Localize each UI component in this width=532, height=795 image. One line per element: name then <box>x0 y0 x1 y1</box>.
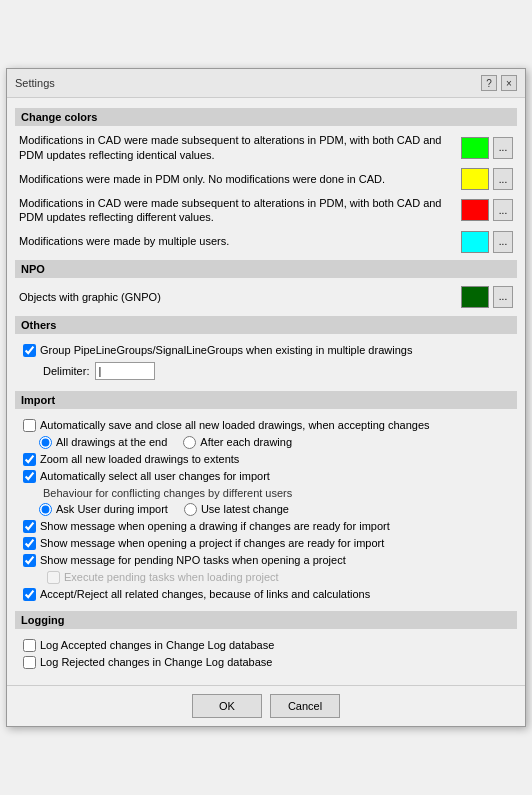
radio-all-drawings-label: All drawings at the end <box>56 436 167 448</box>
log-accepted-label: Log Accepted changes in Change Log datab… <box>40 639 274 651</box>
radio-each-drawing-input[interactable] <box>183 436 196 449</box>
others-section: Group PipeLineGroups/SignalLineGroups wh… <box>15 338 517 387</box>
color-row-1-text: Modifications in CAD were made subsequen… <box>19 133 457 162</box>
radio-use-latest-label: Use latest change <box>201 503 289 515</box>
radio-all-drawings-input[interactable] <box>39 436 52 449</box>
group-pipelines-label: Group PipeLineGroups/SignalLineGroups wh… <box>40 344 412 356</box>
radio-use-latest-input[interactable] <box>184 503 197 516</box>
settings-dialog: Settings ? × Change colors Modifications… <box>6 68 526 726</box>
ok-button[interactable]: OK <box>192 694 262 718</box>
npo-row-text: Objects with graphic (GNPO) <box>19 291 457 303</box>
logging-section: Log Accepted changes in Change Log datab… <box>15 633 517 675</box>
log-accepted-row: Log Accepted changes in Change Log datab… <box>19 637 513 654</box>
color-swatch-3[interactable] <box>461 199 489 221</box>
show-message2-row: Show message when opening a project if c… <box>19 535 513 552</box>
execute-pending-row: Execute pending tasks when loading proje… <box>19 569 513 586</box>
radio-ask-user-label: Ask User during import <box>56 503 168 515</box>
show-message1-row: Show message when opening a drawing if c… <box>19 518 513 535</box>
auto-select-label: Automatically select all user changes fo… <box>40 470 270 482</box>
execute-pending-label: Execute pending tasks when loading proje… <box>64 571 279 583</box>
delimiter-label: Delimiter: <box>43 365 89 377</box>
accept-reject-label: Accept/Reject all related changes, becau… <box>40 588 370 600</box>
auto-save-label: Automatically save and close all new loa… <box>40 419 430 431</box>
dialog-footer: OK Cancel <box>7 685 525 726</box>
others-header: Others <box>15 316 517 334</box>
group-pipelines-checkbox[interactable] <box>23 344 36 357</box>
conflict-radio-row: Ask User during import Use latest change <box>19 501 513 518</box>
show-message3-checkbox[interactable] <box>23 554 36 567</box>
delimiter-row: Delimiter: <box>19 359 513 383</box>
accept-reject-checkbox[interactable] <box>23 588 36 601</box>
color-row-3-text: Modifications in CAD were made subsequen… <box>19 196 457 225</box>
color-ellipsis-1[interactable]: ... <box>493 137 513 159</box>
color-row-3: Modifications in CAD were made subsequen… <box>15 193 517 228</box>
auto-select-checkbox[interactable] <box>23 470 36 483</box>
logging-header: Logging <box>15 611 517 629</box>
change-colors-header: Change colors <box>15 108 517 126</box>
show-message1-label: Show message when opening a drawing if c… <box>40 520 390 532</box>
npo-color-swatch[interactable] <box>461 286 489 308</box>
color-ellipsis-4[interactable]: ... <box>493 231 513 253</box>
color-row-2-text: Modifications were made in PDM only. No … <box>19 172 457 186</box>
color-swatch-2[interactable] <box>461 168 489 190</box>
zoom-label: Zoom all new loaded drawings to extents <box>40 453 239 465</box>
log-accepted-checkbox[interactable] <box>23 639 36 652</box>
title-bar: Settings ? × <box>7 69 525 98</box>
color-row-2: Modifications were made in PDM only. No … <box>15 165 517 193</box>
radio-each-drawing-label: After each drawing <box>200 436 292 448</box>
radio-ask-user: Ask User during import <box>39 503 168 516</box>
color-row-1: Modifications in CAD were made subsequen… <box>15 130 517 165</box>
show-message3-label: Show message for pending NPO tasks when … <box>40 554 346 566</box>
color-row-4-text: Modifications were made by multiple user… <box>19 234 457 248</box>
delimiter-input[interactable] <box>95 362 155 380</box>
npo-header: NPO <box>15 260 517 278</box>
auto-save-row: Automatically save and close all new loa… <box>19 417 513 434</box>
group-pipelines-row: Group PipeLineGroups/SignalLineGroups wh… <box>19 342 513 359</box>
radio-each-drawing: After each drawing <box>183 436 292 449</box>
show-message3-row: Show message for pending NPO tasks when … <box>19 552 513 569</box>
npo-ellipsis[interactable]: ... <box>493 286 513 308</box>
drawing-timing-row: All drawings at the end After each drawi… <box>19 434 513 451</box>
log-rejected-row: Log Rejected changes in Change Log datab… <box>19 654 513 671</box>
execute-pending-checkbox[interactable] <box>47 571 60 584</box>
behaviour-label: Behaviour for conflicting changes by dif… <box>19 485 513 501</box>
zoom-checkbox-row: Zoom all new loaded drawings to extents <box>19 451 513 468</box>
log-rejected-label: Log Rejected changes in Change Log datab… <box>40 656 272 668</box>
title-bar-controls: ? × <box>481 75 517 91</box>
color-swatch-4[interactable] <box>461 231 489 253</box>
color-swatch-1[interactable] <box>461 137 489 159</box>
radio-use-latest: Use latest change <box>184 503 289 516</box>
accept-reject-row: Accept/Reject all related changes, becau… <box>19 586 513 603</box>
auto-select-row: Automatically select all user changes fo… <box>19 468 513 485</box>
color-ellipsis-2[interactable]: ... <box>493 168 513 190</box>
color-row-4: Modifications were made by multiple user… <box>15 228 517 256</box>
dialog-title: Settings <box>15 77 55 89</box>
import-section: Automatically save and close all new loa… <box>15 413 517 607</box>
cancel-button[interactable]: Cancel <box>270 694 340 718</box>
zoom-checkbox[interactable] <box>23 453 36 466</box>
help-button[interactable]: ? <box>481 75 497 91</box>
log-rejected-checkbox[interactable] <box>23 656 36 669</box>
dialog-content: Change colors Modifications in CAD were … <box>7 98 525 680</box>
auto-save-checkbox[interactable] <box>23 419 36 432</box>
show-message1-checkbox[interactable] <box>23 520 36 533</box>
radio-all-drawings: All drawings at the end <box>39 436 167 449</box>
color-ellipsis-3[interactable]: ... <box>493 199 513 221</box>
import-header: Import <box>15 391 517 409</box>
npo-row: Objects with graphic (GNPO) ... <box>15 282 517 312</box>
close-button[interactable]: × <box>501 75 517 91</box>
show-message2-label: Show message when opening a project if c… <box>40 537 384 549</box>
radio-ask-user-input[interactable] <box>39 503 52 516</box>
show-message2-checkbox[interactable] <box>23 537 36 550</box>
